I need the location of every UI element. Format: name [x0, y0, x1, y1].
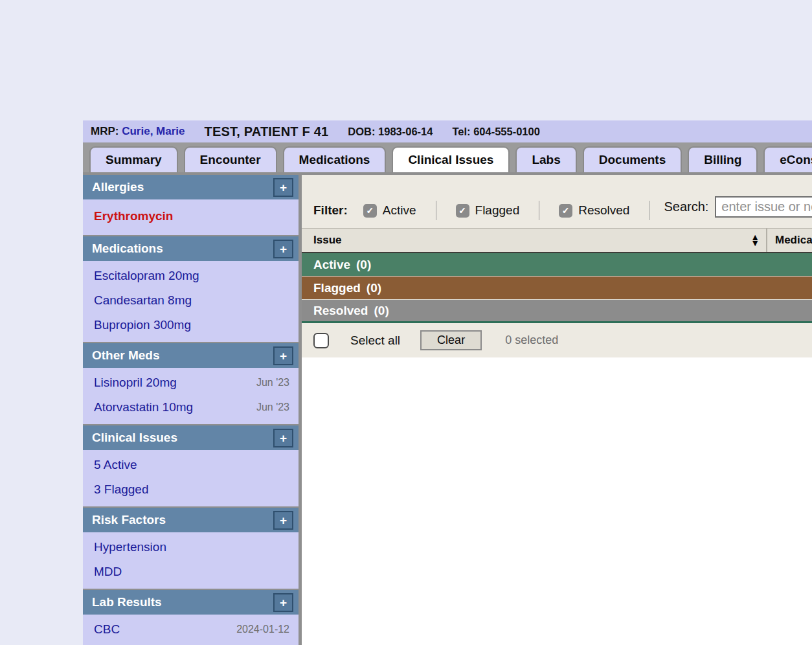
sidebar-section-clinical-issues: Clinical Issues + 5 Active 3 Flagged	[83, 425, 299, 506]
content-area: Allergies + Erythromycin Medications + E…	[83, 175, 812, 645]
group-active-count: (0)	[356, 258, 371, 272]
add-clinical-issue-button[interactable]: +	[273, 429, 293, 447]
add-lab-result-button[interactable]: +	[273, 593, 293, 612]
other-meds-section-header: Other Meds +	[83, 343, 299, 368]
check-icon: ✓	[458, 205, 466, 216]
lab-result-item[interactable]: CBC 2024-01-12	[83, 617, 299, 642]
issue-column-header[interactable]: Issue ▲ ▼	[302, 229, 766, 252]
tab-econsult[interactable]: eConsult	[763, 146, 812, 172]
medication-column-header[interactable]: Medication	[767, 229, 812, 252]
selected-count: 0 selected	[505, 334, 558, 347]
clinical-issues-summary-label: 3 Flagged	[94, 482, 149, 497]
select-all-label[interactable]: Select all	[350, 334, 400, 348]
other-med-item[interactable]: Atorvastatin 10mg Jun '23	[83, 395, 299, 420]
sidebar-section-medications: Medications + Escitalopram 20mg Candesar…	[83, 236, 299, 342]
chart-tab-bar: Summary Encounter Medications Clinical I…	[83, 142, 812, 175]
allergies-title: Allergies	[92, 180, 144, 194]
medication-item[interactable]: Escitalopram 20mg	[83, 264, 299, 288]
add-risk-factor-button[interactable]: +	[273, 511, 293, 530]
filter-bar: Filter: ✓ Active ✓ Flagged	[302, 175, 812, 228]
search-input[interactable]	[715, 196, 812, 218]
filter-label: Filter:	[313, 203, 348, 218]
select-all-checkbox[interactable]	[313, 333, 329, 348]
tab-documents[interactable]: Documents	[583, 146, 682, 172]
medication-item[interactable]: Candesartan 8mg	[83, 288, 299, 313]
filter-separator	[539, 201, 539, 220]
clear-selection-button[interactable]: Clear	[420, 330, 482, 350]
risk-factor-item[interactable]: MDD	[83, 560, 299, 584]
flagged-filter-label: Flagged	[475, 203, 520, 218]
sort-icon[interactable]: ▲ ▼	[750, 234, 760, 245]
lab-results-section-header: Lab Results +	[83, 590, 299, 615]
risk-factors-list: Hypertension MDD	[83, 532, 299, 589]
active-filter-checkbox[interactable]: ✓	[363, 204, 377, 218]
risk-factors-section-header: Risk Factors +	[83, 508, 299, 532]
lab-results-title: Lab Results	[92, 595, 162, 609]
resolved-filter-label: Resolved	[578, 203, 629, 218]
tab-labs[interactable]: Labs	[515, 146, 576, 172]
search-label: Search:	[664, 199, 708, 214]
mrp-field: MRP: Curie, Marie	[91, 125, 185, 138]
filter-option-flagged: ✓ Flagged	[456, 203, 520, 218]
filter-separator	[436, 201, 436, 220]
other-meds-list: Lisinopril 20mg Jun '23 Atorvastatin 10m…	[83, 368, 299, 424]
other-med-item[interactable]: Lisinopril 20mg Jun '23	[83, 370, 299, 395]
tab-encounter[interactable]: Encounter	[184, 146, 277, 172]
medication-item-label: Candesartan 8mg	[94, 293, 192, 308]
sidebar-section-lab-results: Lab Results + CBC 2024-01-12 Lipid Panel…	[83, 590, 299, 645]
sort-down-icon: ▼	[750, 240, 760, 246]
other-med-item-date: Jun '23	[256, 402, 289, 413]
group-resolved-count: (0)	[374, 304, 389, 318]
lab-results-list: CBC 2024-01-12 Lipid Panel 2023-11-08	[83, 615, 299, 645]
medications-list: Escitalopram 20mg Candesartan 8mg Buprop…	[83, 261, 299, 342]
tab-summary[interactable]: Summary	[89, 146, 178, 172]
lab-result-item-label: CBC	[94, 622, 120, 637]
medications-title: Medications	[92, 242, 163, 256]
sidebar-section-other-meds: Other Meds + Lisinopril 20mg Jun '23 Ato…	[83, 343, 299, 424]
issue-column-label: Issue	[313, 234, 341, 247]
resolved-filter-checkbox[interactable]: ✓	[559, 204, 572, 218]
filter-option-active: ✓ Active	[363, 203, 416, 218]
patient-header-bar: MRP: Curie, Marie TEST, PATIENT F 41 DOB…	[83, 120, 812, 142]
group-header-flagged[interactable]: Flagged (0)	[302, 277, 812, 300]
issues-list-empty-area	[302, 357, 812, 645]
patient-name: TEST, PATIENT F 41	[205, 124, 329, 139]
group-flagged-count: (0)	[367, 281, 381, 295]
lab-result-item[interactable]: Lipid Panel 2023-11-08	[83, 642, 299, 645]
tab-clinical-issues[interactable]: Clinical Issues	[392, 146, 510, 172]
tab-medications[interactable]: Medications	[283, 146, 387, 172]
clinical-issues-list: 5 Active 3 Flagged	[83, 450, 299, 506]
tab-billing[interactable]: Billing	[688, 146, 758, 172]
flagged-filter-checkbox[interactable]: ✓	[456, 204, 469, 218]
clinical-issues-summary-item[interactable]: 3 Flagged	[83, 477, 299, 502]
group-flagged-label: Flagged	[313, 281, 361, 295]
add-allergy-button[interactable]: +	[273, 178, 293, 197]
risk-factors-title: Risk Factors	[92, 513, 166, 527]
add-other-med-button[interactable]: +	[273, 346, 293, 365]
medication-item-label: Bupropion 300mg	[94, 318, 191, 332]
emr-app: MRP: Curie, Marie TEST, PATIENT F 41 DOB…	[83, 120, 812, 645]
clinical-issues-title: Clinical Issues	[92, 431, 177, 445]
search-area: Search:	[664, 196, 812, 218]
group-header-resolved[interactable]: Resolved (0)	[302, 300, 812, 323]
group-header-active[interactable]: Active (0)	[302, 253, 812, 277]
sidebar-section-allergies: Allergies + Erythromycin	[83, 175, 299, 235]
mrp-label: MRP:	[91, 125, 118, 137]
patient-phone: Tel: 604-555-0100	[452, 126, 539, 138]
allergy-item[interactable]: Erythromycin	[83, 202, 299, 231]
risk-factor-item[interactable]: Hypertension	[83, 535, 299, 560]
other-meds-title: Other Meds	[92, 348, 160, 363]
mrp-provider-link[interactable]: Curie, Marie	[122, 125, 185, 137]
group-active-label: Active	[313, 258, 350, 272]
active-filter-label: Active	[383, 203, 416, 218]
medication-item[interactable]: Bupropion 300mg	[83, 313, 299, 337]
issues-table-header: Issue ▲ ▼ Medication	[302, 228, 812, 253]
add-medication-button[interactable]: +	[273, 240, 293, 258]
lab-result-item-date: 2024-01-12	[236, 624, 289, 635]
group-resolved-label: Resolved	[313, 304, 368, 318]
medication-column-label: Medication	[775, 234, 812, 247]
clinical-issues-section-header: Clinical Issues +	[83, 425, 299, 450]
medications-section-header: Medications +	[83, 236, 299, 261]
sidebar-section-risk-factors: Risk Factors + Hypertension MDD	[83, 508, 299, 589]
clinical-issues-summary-item[interactable]: 5 Active	[83, 453, 299, 477]
